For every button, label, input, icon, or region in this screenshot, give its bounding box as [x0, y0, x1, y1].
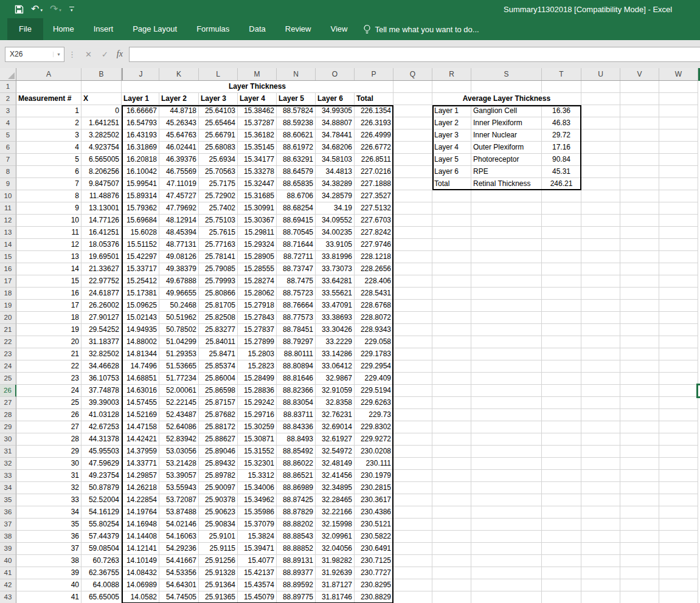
cell-Q24[interactable]: [393, 360, 432, 373]
cell-N31[interactable]: 88.85492: [277, 446, 316, 458]
cell-K22[interactable]: 51.04299: [159, 336, 199, 348]
cell-K34[interactable]: 53.55943: [159, 482, 199, 494]
cell-V38[interactable]: [620, 531, 659, 543]
cell-A30[interactable]: 28: [16, 433, 81, 446]
cell-U13[interactable]: [581, 227, 620, 239]
cell-Q15[interactable]: [393, 251, 432, 263]
cell-U26[interactable]: [581, 385, 620, 397]
cell-L5[interactable]: 25.66791: [199, 129, 238, 142]
cell-W20[interactable]: [659, 312, 698, 324]
cell-Q28[interactable]: [393, 409, 432, 421]
cell-R31[interactable]: [432, 446, 471, 458]
cell-R24[interactable]: [432, 360, 471, 373]
cell-A41[interactable]: 39: [16, 567, 81, 579]
cell-T24[interactable]: [542, 360, 581, 373]
cell-L22[interactable]: 25.84011: [199, 336, 238, 348]
cell-O7[interactable]: 34.58103: [316, 154, 355, 166]
cell-Q14[interactable]: [393, 239, 432, 251]
cell-R43[interactable]: [432, 591, 471, 603]
cell-V24[interactable]: [620, 360, 659, 373]
cell-L39[interactable]: 25.9115: [199, 543, 238, 555]
cell-Q5[interactable]: [393, 129, 432, 142]
cell-T30[interactable]: [542, 433, 581, 446]
cell-W14[interactable]: [659, 239, 698, 251]
cell-J41[interactable]: 14.08432: [122, 567, 159, 579]
cell-L42[interactable]: 25.91364: [199, 579, 238, 591]
cell-O34[interactable]: 32.34895: [316, 482, 355, 494]
row-header-6[interactable]: 6: [0, 142, 16, 154]
cell-W7[interactable]: [659, 154, 698, 166]
row-header-42[interactable]: 42: [0, 579, 16, 591]
cell-B37[interactable]: 55.80254: [81, 519, 122, 531]
cell-R39[interactable]: [432, 543, 471, 555]
cell-P24[interactable]: 229.2954: [355, 360, 393, 373]
cell-A4[interactable]: 2: [16, 117, 81, 129]
cell-O12[interactable]: 34.09552: [316, 215, 355, 227]
cell-U27[interactable]: [581, 397, 620, 409]
cell-S13[interactable]: [471, 227, 542, 239]
cell-J25[interactable]: 14.68851: [122, 373, 159, 385]
cell-T37[interactable]: [542, 519, 581, 531]
cell-B1[interactable]: [81, 81, 122, 93]
cell-V43[interactable]: [620, 591, 659, 603]
cell-S30[interactable]: [471, 433, 542, 446]
cell-V37[interactable]: [620, 519, 659, 531]
tab-data[interactable]: Data: [239, 18, 275, 40]
row-header-11[interactable]: 11: [0, 202, 16, 215]
row-header-41[interactable]: 41: [0, 567, 16, 579]
cell-J7[interactable]: 16.20818: [122, 154, 159, 166]
cell-N34[interactable]: 88.86989: [277, 482, 316, 494]
formula-input[interactable]: [129, 47, 700, 62]
cell-K31[interactable]: 53.03056: [159, 446, 199, 458]
cell-T29[interactable]: [542, 421, 581, 433]
cell-L19[interactable]: 25.81705: [199, 300, 238, 312]
cell-B13[interactable]: 16.41251: [81, 227, 122, 239]
cell-A39[interactable]: 37: [16, 543, 81, 555]
cell-B8[interactable]: 8.206256: [81, 166, 122, 178]
cell-J27[interactable]: 14.57455: [122, 397, 159, 409]
tell-me-box[interactable]: Tell me what you want to do...: [357, 18, 485, 40]
cell-J14[interactable]: 15.51152: [122, 239, 159, 251]
cell-W4[interactable]: [659, 117, 698, 129]
cell-K7[interactable]: 46.39376: [159, 154, 199, 166]
cell-A22[interactable]: 20: [16, 336, 81, 348]
cell-L32[interactable]: 25.89432: [199, 458, 238, 470]
cell-Q41[interactable]: [393, 567, 432, 579]
cell-U3[interactable]: [581, 105, 620, 117]
cell-B41[interactable]: 62.36755: [81, 567, 122, 579]
cell-W28[interactable]: [659, 409, 698, 421]
cell-V22[interactable]: [620, 336, 659, 348]
cell-P37[interactable]: 230.5121: [355, 519, 393, 531]
cell-N13[interactable]: 88.70545: [277, 227, 316, 239]
cell-M42[interactable]: 15.43574: [238, 579, 277, 591]
cell-P31[interactable]: 230.0208: [355, 446, 393, 458]
cell-U38[interactable]: [581, 531, 620, 543]
row-header-17[interactable]: 17: [0, 275, 16, 288]
cell-P29[interactable]: 229.8302: [355, 421, 393, 433]
cell-U37[interactable]: [581, 519, 620, 531]
cell-K43[interactable]: 54.74505: [159, 591, 199, 603]
row-header-14[interactable]: 14: [0, 239, 16, 251]
cell-B14[interactable]: 18.05376: [81, 239, 122, 251]
cell-V7[interactable]: [620, 154, 659, 166]
row-header-40[interactable]: 40: [0, 555, 16, 567]
cell-S35[interactable]: [471, 494, 542, 506]
cell-B3[interactable]: 0: [81, 105, 122, 117]
cell-T18[interactable]: [542, 288, 581, 300]
cell-T9[interactable]: 246.21: [542, 178, 581, 190]
cell-Q4[interactable]: [393, 117, 432, 129]
cell-K4[interactable]: 45.26343: [159, 117, 199, 129]
cell-O33[interactable]: 32.41456: [316, 470, 355, 482]
cell-J43[interactable]: 14.0582: [122, 591, 159, 603]
cell-V25[interactable]: [620, 373, 659, 385]
cell-N41[interactable]: 88.89377: [277, 567, 316, 579]
cell-M29[interactable]: 15.30259: [238, 421, 277, 433]
cell-R10[interactable]: [432, 190, 471, 202]
cell-N18[interactable]: 88.75723: [277, 288, 316, 300]
cell-L33[interactable]: 25.89782: [199, 470, 238, 482]
cell-N5[interactable]: 88.60621: [277, 129, 316, 142]
cell-P26[interactable]: 229.5194: [355, 385, 393, 397]
cell-Q43[interactable]: [393, 591, 432, 603]
cell-V18[interactable]: [620, 288, 659, 300]
cell-S31[interactable]: [471, 446, 542, 458]
